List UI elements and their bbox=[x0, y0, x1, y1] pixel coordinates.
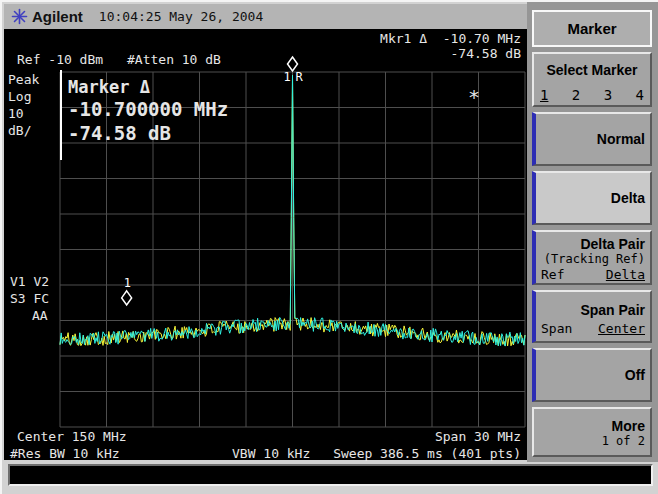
attenuation-label: #Atten 10 dB bbox=[127, 53, 221, 66]
rbw-label: #Res BW 10 kHz bbox=[10, 447, 120, 460]
status-flag-aa: AA bbox=[32, 309, 48, 322]
title-bar: Agilent 10:04:25 May 26, 2004 bbox=[4, 4, 527, 29]
softkey-normal[interactable]: Normal bbox=[532, 112, 652, 166]
scale-log-label: Log bbox=[8, 90, 31, 103]
ref-level-label: Ref -10 dBm bbox=[17, 53, 103, 66]
delta-pair-ref: Ref bbox=[541, 267, 564, 282]
marker-option-1[interactable]: 1 bbox=[540, 87, 548, 103]
sweep-label: Sweep 386.5 ms (401 pts) bbox=[333, 447, 521, 460]
span-pair-center: Center bbox=[598, 321, 645, 336]
delta-pair-choice-row: Ref Delta bbox=[536, 267, 650, 282]
svg-text:R: R bbox=[296, 70, 304, 84]
span-pair-span: Span bbox=[541, 321, 572, 336]
brand-label: Agilent bbox=[32, 8, 83, 25]
marker-box-amplitude: -74.58 dB bbox=[68, 122, 171, 144]
star-indicator: * bbox=[468, 87, 480, 107]
menu-title-marker: Marker bbox=[532, 10, 652, 47]
marker-option-4[interactable]: 4 bbox=[636, 87, 644, 103]
marker-option-3[interactable]: 3 bbox=[604, 87, 612, 103]
analyzer-front-screen: Agilent 10:04:25 May 26, 2004 1R1 Mkr1 Δ… bbox=[0, 0, 658, 494]
softkey-more[interactable]: More 1 of 2 bbox=[532, 407, 652, 457]
status-flag-v1v2: V1 V2 bbox=[10, 275, 49, 288]
delta-pair-label: Delta Pair bbox=[536, 236, 650, 252]
softkey-off[interactable]: Off bbox=[532, 348, 652, 402]
span-pair-label: Span Pair bbox=[536, 302, 650, 318]
softkey-delta-pair[interactable]: Delta Pair (Tracking Ref) Ref Delta bbox=[532, 230, 652, 285]
softkey-panel: Marker Select Marker 1 2 3 4 Normal Delt… bbox=[527, 2, 658, 462]
svg-text:1: 1 bbox=[284, 70, 291, 84]
datetime-label: 10:04:25 May 26, 2004 bbox=[99, 9, 263, 24]
detector-peak-label: Peak bbox=[8, 73, 39, 86]
display-area: 1R1 Mkr1 Δ -10.70 MHz -74.58 dB Ref -10 … bbox=[4, 29, 527, 460]
softkey-select-marker[interactable]: Select Marker 1 2 3 4 bbox=[532, 52, 652, 107]
bottom-message-bar bbox=[8, 464, 653, 486]
select-marker-options: 1 2 3 4 bbox=[534, 87, 650, 103]
more-page-label: 1 of 2 bbox=[534, 434, 650, 448]
marker-readout-line1: Mkr1 Δ -10.70 MHz bbox=[380, 32, 521, 45]
center-freq-label: Center 150 MHz bbox=[17, 430, 127, 443]
delta-pair-delta: Delta bbox=[606, 267, 645, 282]
scale-unit-label: dB/ bbox=[8, 124, 31, 137]
scale-value-label: 10 bbox=[8, 107, 24, 120]
status-flag-s3fc: S3 FC bbox=[10, 292, 49, 305]
marker-box-title: Marker Δ bbox=[68, 77, 150, 97]
off-label: Off bbox=[536, 367, 650, 383]
span-label: Span 30 MHz bbox=[435, 430, 521, 443]
vbw-label: VBW 10 kHz bbox=[232, 447, 310, 460]
marker-option-2[interactable]: 2 bbox=[572, 87, 580, 103]
more-label: More bbox=[534, 418, 650, 434]
agilent-starburst-icon bbox=[11, 8, 28, 25]
span-pair-choice-row: Span Center bbox=[536, 321, 650, 336]
marker-box-frequency: -10.700000 MHz bbox=[68, 98, 228, 120]
marker-readout-line2: -74.58 dB bbox=[451, 47, 521, 60]
svg-text:1: 1 bbox=[124, 276, 131, 290]
softkey-delta[interactable]: Delta bbox=[532, 171, 652, 225]
delta-label: Delta bbox=[536, 190, 650, 206]
softkey-span-pair[interactable]: Span Pair Span Center bbox=[532, 290, 652, 343]
select-marker-label: Select Marker bbox=[534, 62, 650, 78]
normal-label: Normal bbox=[536, 131, 650, 147]
delta-pair-subtitle: (Tracking Ref) bbox=[536, 252, 650, 266]
